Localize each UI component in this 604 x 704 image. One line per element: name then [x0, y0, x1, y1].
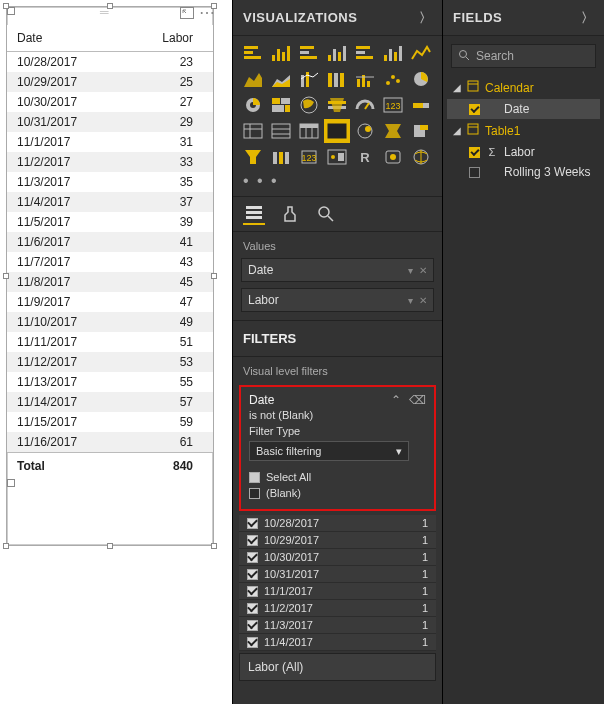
checkbox-icon[interactable] [249, 488, 260, 499]
expand-icon[interactable]: ◢ [453, 82, 461, 93]
svg-rect-43 [285, 105, 290, 112]
viz-type-tile[interactable] [325, 42, 349, 64]
viz-type-tile[interactable] [381, 68, 405, 90]
fields-header[interactable]: FIELDS 〉 [443, 0, 604, 36]
viz-type-tile[interactable] [269, 68, 293, 90]
field-menu-icon[interactable]: ▾ [408, 295, 413, 306]
viz-type-tile[interactable] [353, 42, 377, 64]
svg-marker-69 [385, 124, 401, 138]
viz-type-tile[interactable] [269, 94, 293, 116]
checkbox-icon[interactable] [247, 603, 258, 614]
filter-option[interactable]: (Blank) [249, 485, 426, 501]
collapse-visualizations-icon[interactable]: 〉 [419, 9, 433, 27]
fields-tab-icon[interactable] [243, 203, 265, 225]
viz-type-tile[interactable] [409, 68, 433, 90]
viz-type-tile[interactable] [241, 68, 265, 90]
viz-type-tile[interactable] [409, 42, 433, 64]
viz-type-tile[interactable] [241, 94, 265, 116]
filter-row-labor[interactable]: Labor (All) [239, 653, 436, 681]
viz-type-tile[interactable] [269, 42, 293, 64]
remove-field-icon[interactable]: ✕ [419, 295, 427, 306]
checkbox-icon[interactable] [247, 535, 258, 546]
checkbox-icon[interactable] [247, 518, 258, 529]
viz-type-tile[interactable] [381, 120, 405, 142]
field-checkbox[interactable] [469, 104, 480, 115]
filter-value-row[interactable]: 10/28/20171 [239, 515, 436, 532]
viz-type-tile[interactable]: R [353, 146, 377, 168]
expand-icon[interactable]: ◢ [453, 125, 461, 136]
checkbox-icon[interactable] [247, 552, 258, 563]
filter-value-row[interactable]: 11/3/20171 [239, 617, 436, 634]
viz-type-tile[interactable] [269, 146, 293, 168]
focus-mode-icon[interactable] [179, 5, 195, 21]
col-header-date[interactable]: Date [7, 25, 124, 52]
viz-type-tile[interactable] [353, 68, 377, 90]
viz-type-tile[interactable] [241, 42, 265, 64]
filter-option[interactable]: Select All [249, 469, 426, 485]
viz-type-tile[interactable] [325, 120, 349, 142]
viz-type-tile[interactable] [409, 120, 433, 142]
filter-value-row[interactable]: 11/1/20171 [239, 583, 436, 600]
field-checkbox[interactable] [469, 147, 480, 158]
viz-type-tile[interactable] [241, 120, 265, 142]
viz-type-tile[interactable] [269, 120, 293, 142]
filter-value-row[interactable]: 11/4/20171 [239, 634, 436, 651]
fields-search[interactable]: Search [451, 44, 596, 68]
col-header-labor[interactable]: Labor [124, 25, 213, 52]
filter-value-count: 1 [422, 568, 428, 580]
checkbox-icon[interactable] [247, 637, 258, 648]
field-checkbox[interactable] [469, 167, 480, 178]
field-item[interactable]: Date [447, 99, 600, 119]
cell-date: 10/29/2017 [7, 72, 124, 92]
viz-type-tile[interactable] [325, 94, 349, 116]
viz-type-tile[interactable] [297, 120, 321, 142]
viz-type-tile[interactable]: 123 [297, 146, 321, 168]
filter-value-label: 10/29/2017 [264, 534, 319, 546]
field-menu-icon[interactable]: ▾ [408, 265, 413, 276]
viz-type-tile[interactable] [353, 94, 377, 116]
viz-type-tile[interactable] [297, 94, 321, 116]
table-icon [467, 123, 479, 138]
filter-value-count: 1 [422, 619, 428, 631]
table-visual[interactable]: ═ ⋯ Date Labor 10/28/20172310/29/2017251… [6, 6, 214, 546]
more-options-icon[interactable]: ⋯ [199, 5, 215, 21]
viz-type-tile[interactable] [297, 68, 321, 90]
field-table[interactable]: ◢Table1 [447, 119, 600, 142]
filter-type-select[interactable]: Basic filtering ▾ [249, 441, 409, 461]
remove-field-icon[interactable]: ✕ [419, 265, 427, 276]
filter-value-row[interactable]: 10/31/20171 [239, 566, 436, 583]
checkbox-icon[interactable] [249, 472, 260, 483]
field-item[interactable]: ΣLabor [447, 142, 600, 162]
visualizations-header[interactable]: VISUALIZATIONS 〉 [233, 0, 442, 36]
filter-value-row[interactable]: 11/2/20171 [239, 600, 436, 617]
viz-type-tile[interactable] [409, 146, 433, 168]
field-well[interactable]: Date▾✕ [241, 258, 434, 282]
viz-type-tile[interactable] [297, 42, 321, 64]
clear-filter-icon[interactable]: ⌫ [409, 393, 426, 407]
more-visuals-icon[interactable]: • • • [233, 172, 442, 196]
svg-rect-28 [334, 73, 338, 87]
format-tab-icon[interactable] [279, 203, 301, 225]
analytics-tab-icon[interactable] [315, 203, 337, 225]
filter-value-row[interactable]: 10/29/20171 [239, 532, 436, 549]
checkbox-icon[interactable] [247, 569, 258, 580]
field-well[interactable]: Labor▾✕ [241, 288, 434, 312]
field-label: Labor [504, 145, 535, 159]
viz-type-tile[interactable] [325, 68, 349, 90]
checkbox-icon[interactable] [247, 586, 258, 597]
collapse-fields-icon[interactable]: 〉 [581, 9, 595, 27]
viz-type-tile[interactable] [381, 146, 405, 168]
checkbox-icon[interactable] [247, 620, 258, 631]
viz-type-tile[interactable] [353, 120, 377, 142]
collapse-filter-icon[interactable]: ⌃ [391, 393, 401, 407]
viz-type-tile[interactable] [409, 94, 433, 116]
viz-type-tile[interactable] [381, 42, 405, 64]
field-table[interactable]: ◢Calendar [447, 76, 600, 99]
filter-type-value: Basic filtering [256, 445, 321, 457]
field-item[interactable]: Rolling 3 Weeks [447, 162, 600, 182]
filter-value-row[interactable]: 10/30/20171 [239, 549, 436, 566]
drag-handle-icon[interactable]: ═ [100, 5, 109, 19]
viz-type-tile[interactable] [325, 146, 349, 168]
viz-type-tile[interactable] [241, 146, 265, 168]
viz-type-tile[interactable]: 123 [381, 94, 405, 116]
